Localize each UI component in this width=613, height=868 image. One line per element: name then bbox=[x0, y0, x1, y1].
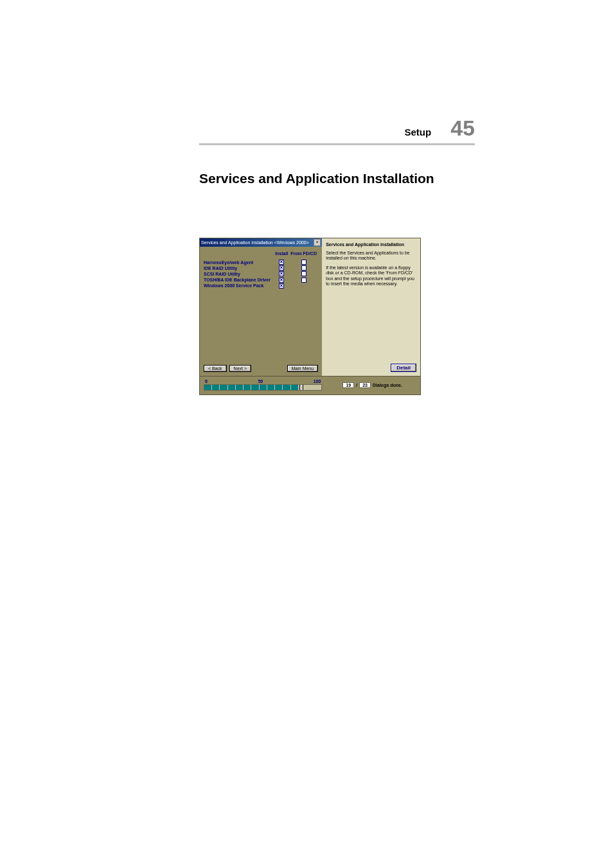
progress-bar bbox=[204, 384, 322, 391]
from-checkbox[interactable] bbox=[289, 260, 318, 265]
install-checkbox[interactable]: ✕ bbox=[274, 271, 289, 277]
progress-segment bbox=[267, 385, 274, 390]
table-row: Windows 2000 Service Pack✕ bbox=[204, 283, 318, 289]
col-from: From FD/CD bbox=[289, 251, 318, 260]
from-checkbox[interactable] bbox=[289, 265, 318, 271]
next-button[interactable]: Next > bbox=[229, 365, 251, 372]
status-total: 23 bbox=[359, 382, 371, 388]
progress-segment bbox=[220, 385, 227, 390]
row-name: IDE RAID Utility bbox=[204, 265, 274, 271]
progress-segment bbox=[291, 385, 298, 390]
status-area: 19 / 23 Dialogs done. bbox=[328, 382, 416, 388]
dialog-title-text: Services and Application Installation <W… bbox=[201, 240, 309, 245]
scale-max: 100 bbox=[314, 379, 321, 384]
status-label: Dialogs done. bbox=[373, 383, 402, 387]
main-menu-button[interactable]: Main Menu bbox=[287, 365, 319, 372]
back-button[interactable]: < Back bbox=[204, 365, 227, 372]
progress-segment bbox=[314, 385, 321, 390]
detail-button[interactable]: Detail bbox=[391, 364, 416, 372]
row-name: HarnessEye/web Agent bbox=[204, 260, 274, 265]
progress-segment bbox=[260, 385, 267, 390]
row-name: TOSHIBA IDE Backplane Driver bbox=[204, 277, 274, 283]
table-row: SCSI RAID Utility✕ bbox=[204, 271, 318, 277]
install-checkbox[interactable]: ✕ bbox=[274, 265, 289, 271]
installer-screenshot: Services and Application Installation <W… bbox=[199, 238, 421, 395]
install-checkbox[interactable]: ✕ bbox=[274, 283, 289, 289]
progress-segment bbox=[204, 385, 211, 390]
page-header: Setup 45 bbox=[199, 116, 475, 145]
progress-segment bbox=[228, 385, 235, 390]
from-checkbox bbox=[289, 283, 318, 289]
page-number: 45 bbox=[450, 116, 475, 141]
dialog-buttons: < Back Next > Main Menu bbox=[200, 362, 322, 376]
progress-area: 0 50 100 bbox=[204, 379, 322, 391]
info-title: Services and Application Installation bbox=[326, 242, 416, 247]
progress-segment bbox=[275, 385, 282, 390]
from-checkbox[interactable] bbox=[289, 277, 318, 283]
info-panel: Services and Application Installation Se… bbox=[322, 238, 420, 376]
progress-segment bbox=[306, 385, 314, 390]
col-name bbox=[204, 251, 274, 260]
install-checkbox[interactable]: ✕ bbox=[274, 260, 289, 265]
dialog-titlebar: Services and Application Installation <W… bbox=[200, 238, 322, 247]
progress-segment bbox=[212, 385, 219, 390]
info-text-1: Select the Services and Applications to … bbox=[326, 251, 416, 261]
info-text-2: If the latest version is available on a … bbox=[326, 265, 416, 287]
dialog-window: Services and Application Installation <W… bbox=[200, 238, 322, 376]
table-row: IDE RAID Utility✕ bbox=[204, 265, 318, 271]
page-title: Services and Application Installation bbox=[199, 171, 475, 186]
table-row: TOSHIBA IDE Backplane Driver✕ bbox=[204, 277, 318, 283]
table-row: HarnessEye/web Agent✕ bbox=[204, 260, 318, 265]
install-table: Install From FD/CD HarnessEye/web Agent✕… bbox=[204, 251, 318, 289]
col-install: Install bbox=[274, 251, 289, 260]
from-checkbox[interactable] bbox=[289, 271, 318, 277]
section-label: Setup bbox=[405, 127, 432, 137]
progress-segment bbox=[283, 385, 290, 390]
status-sep: / bbox=[356, 383, 357, 387]
status-current: 19 bbox=[342, 382, 354, 388]
close-icon[interactable]: × bbox=[314, 239, 321, 246]
row-name: SCSI RAID Utility bbox=[204, 271, 274, 277]
progress-marker[interactable] bbox=[299, 384, 303, 391]
progress-segments bbox=[204, 385, 321, 390]
row-name: Windows 2000 Service Pack bbox=[204, 283, 274, 289]
install-checkbox[interactable]: ✕ bbox=[274, 277, 289, 283]
dialog-body: Install From FD/CD HarnessEye/web Agent✕… bbox=[200, 247, 322, 362]
scale-mid: 50 bbox=[258, 379, 263, 384]
progress-segment bbox=[244, 385, 251, 390]
install-table-body: HarnessEye/web Agent✕IDE RAID Utility✕SC… bbox=[204, 260, 318, 289]
installer-footer: 0 50 100 19 / 23 Dialogs done. bbox=[200, 376, 420, 394]
progress-segment bbox=[251, 385, 258, 390]
progress-segment bbox=[236, 385, 243, 390]
scale-min: 0 bbox=[205, 379, 208, 384]
